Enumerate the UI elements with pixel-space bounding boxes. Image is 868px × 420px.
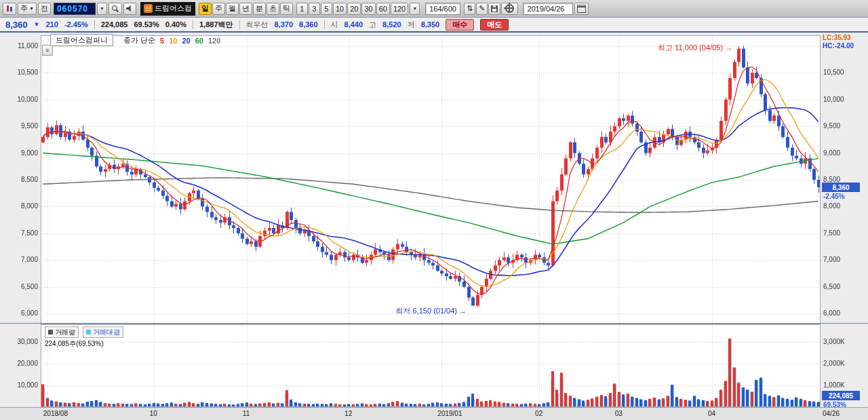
- ma-legend-item-60: 60: [195, 37, 203, 45]
- settings-button[interactable]: [501, 3, 518, 15]
- chart-type-icon-button[interactable]: [3, 3, 16, 15]
- volume-axis-label-left: 10,000: [1, 381, 38, 389]
- value-axis-label-right: 1,000K: [823, 381, 845, 389]
- interval-button-30[interactable]: 30: [361, 3, 375, 15]
- current-price-pct: -2.45%: [823, 193, 845, 200]
- price-axis-label-right: 6,000: [823, 309, 840, 317]
- buy-button[interactable]: 매수: [446, 19, 474, 31]
- current-volume-pct: 69.53%: [823, 401, 846, 408]
- ma-legend: 종가 단순 5102060120: [123, 35, 220, 45]
- best-ask: 8,370: [275, 20, 294, 28]
- volume-legend-chip: 거래량: [45, 326, 79, 338]
- price-axis-label-right: 7,000: [823, 256, 840, 263]
- jeon-button[interactable]: 전: [38, 3, 51, 15]
- ma-legend-item-120: 120: [208, 37, 220, 45]
- price-axis-label-left: 8,000: [1, 202, 38, 210]
- price-axis-label-right: 6,500: [823, 283, 840, 290]
- x-axis-row: 2018/081011122019/0102030404/26: [0, 407, 868, 420]
- high-price: 8,520: [382, 20, 401, 28]
- x-axis-label: 04: [708, 410, 715, 417]
- interval-button-10[interactable]: 10: [333, 3, 347, 15]
- current-price-badge: 8,360: [822, 183, 860, 192]
- volume-summary: 224,085주(69.53%): [45, 339, 104, 349]
- value-swatch-icon: [86, 330, 91, 335]
- scale-adjust-button[interactable]: ⇅: [464, 3, 475, 15]
- ma-legend-item-20: 20: [182, 37, 190, 45]
- price-axis-label-right: 9,500: [823, 122, 840, 130]
- current-price: 8,360: [5, 20, 28, 30]
- asset-type-select[interactable]: 주 ▼: [18, 3, 37, 15]
- quote-bar: 8,360 ▼ 210 -2.45% 224,085 69.53% 0.40% …: [0, 18, 868, 33]
- best-quote-label: 최우선: [246, 20, 269, 30]
- price-axis-label-left: 6,000: [1, 309, 38, 317]
- price-axis-label-right: 8,000: [823, 202, 840, 210]
- high-label: 고: [369, 20, 376, 30]
- interval-button-20[interactable]: 20: [347, 3, 361, 15]
- stock-class-badge: 신: [144, 4, 153, 13]
- candlestick-icon: [5, 5, 14, 12]
- volume-axis-label-left: 30,000: [1, 338, 38, 345]
- period-button-4[interactable]: 분: [253, 3, 266, 15]
- divider: [324, 20, 325, 29]
- period-button-5[interactable]: 초: [267, 3, 279, 15]
- date-field[interactable]: 2019/04/26: [523, 3, 573, 15]
- price-axis-label-left: 8,500: [1, 176, 38, 183]
- low-annotation: 최저 6,150 (01/04) →: [396, 306, 467, 316]
- interval-button-5[interactable]: 5: [321, 3, 332, 15]
- price-axis-label-left: 10,500: [1, 69, 38, 76]
- trade-value: 1,887백만: [199, 20, 233, 30]
- period-button-1[interactable]: 주: [212, 3, 225, 15]
- x-axis-label: 02: [535, 410, 542, 417]
- period-button-2[interactable]: 월: [226, 3, 239, 15]
- chart-settings-icon[interactable]: ≡: [42, 45, 53, 56]
- stock-code-dropdown[interactable]: ▼: [97, 3, 107, 15]
- divider: [193, 20, 193, 29]
- period-button-6[interactable]: 틱: [280, 3, 293, 15]
- interval-button-60[interactable]: 60: [376, 3, 390, 15]
- price-axis-label-left: 7,500: [1, 229, 38, 237]
- x-axis-label: 10: [150, 410, 157, 417]
- calendar-icon: [577, 5, 586, 13]
- volume-legend-label: 거래량: [55, 328, 75, 337]
- turnover-pct: 0.40%: [165, 20, 186, 28]
- price-axis-label-left: 9,500: [1, 122, 38, 130]
- value-legend-chip: 거래대금: [83, 326, 123, 338]
- chevron-down-icon: ▼: [29, 6, 34, 11]
- divider: [94, 20, 95, 29]
- interval-button-1[interactable]: 1: [296, 3, 308, 15]
- ma-legend-items: 5102060120: [160, 37, 220, 45]
- price-axis-label-left: 11,000: [1, 42, 38, 50]
- ma-legend-item-5: 5: [160, 37, 164, 45]
- stock-code-input[interactable]: 060570: [54, 3, 96, 15]
- volume-value: 224,085: [101, 20, 128, 28]
- low-price: 8,350: [421, 20, 440, 28]
- save-icon: [491, 5, 498, 12]
- sell-button[interactable]: 매도: [480, 19, 509, 31]
- interval-button-3[interactable]: 3: [309, 3, 320, 15]
- period-button-3[interactable]: 년: [239, 3, 252, 15]
- volume-ratio: 69.53%: [134, 20, 159, 28]
- price-axis-label-left: 7,000: [1, 256, 38, 263]
- volume-axis-label-left: 20,000: [1, 360, 38, 367]
- interval-button-120[interactable]: 120: [391, 3, 408, 15]
- calendar-button[interactable]: [574, 3, 589, 15]
- interval-dropdown[interactable]: ▼: [410, 3, 420, 15]
- speaker-icon: [126, 5, 134, 12]
- chart-application-window: 주 ▼ 전 060570 ▼ 신 드림어스컴 일주월년분초틱 135102030…: [0, 0, 868, 420]
- value-legend-label: 거래대금: [93, 328, 120, 337]
- down-arrow-icon: ▼: [34, 21, 40, 28]
- current-volume-badge: 224,085: [822, 391, 860, 400]
- stock-name-display: 신 드림어스컴: [140, 2, 195, 16]
- drawing-tools-button[interactable]: ✎: [476, 3, 488, 15]
- announce-button[interactable]: [123, 3, 136, 15]
- period-button-0[interactable]: 일: [199, 3, 212, 15]
- main-chart-canvas[interactable]: [0, 33, 868, 420]
- high-change-label: HC:-24.00: [823, 42, 854, 50]
- x-axis-label: 2019/01: [437, 410, 462, 417]
- top-toolbar: 주 ▼ 전 060570 ▼ 신 드림어스컴 일주월년분초틱 135102030…: [0, 0, 868, 18]
- chart-area: ≡ 드림어스컴퍼니 종가 단순 5102060120 LC:35.93 HC:-…: [0, 33, 868, 420]
- x-axis-label: 2018/08: [43, 410, 68, 417]
- stock-search-button[interactable]: [108, 3, 122, 15]
- save-chart-button[interactable]: [488, 3, 500, 15]
- chart-title-tab: 드림어스컴퍼니: [50, 34, 113, 46]
